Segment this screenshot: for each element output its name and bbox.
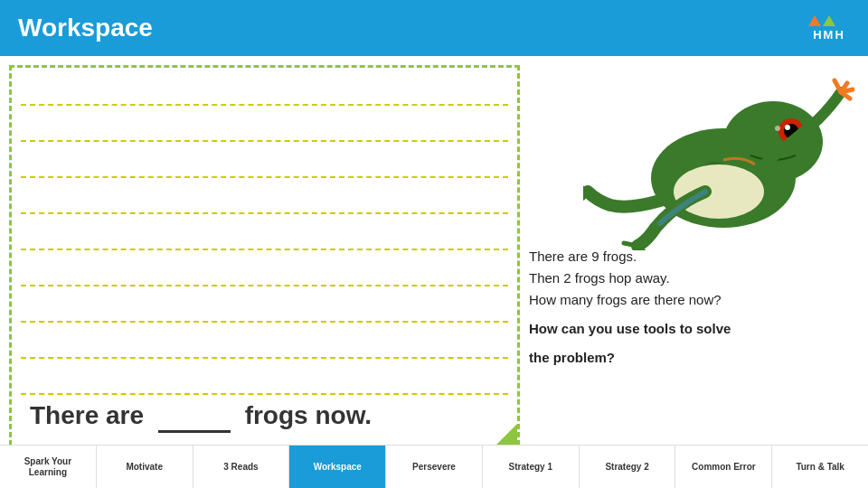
- nav-item-common-error[interactable]: Common Error: [675, 446, 772, 488]
- main-content: There are frogs now.: [0, 56, 868, 488]
- frogs-text-end: frogs now.: [245, 401, 373, 429]
- problem-line4: How can you use tools to solve: [529, 318, 859, 340]
- dot-line-8: [21, 357, 508, 359]
- nav-item-turn-&-talk[interactable]: Turn & Talk: [772, 446, 868, 488]
- dot-line-5: [21, 249, 508, 250]
- nav-item-strategy-2[interactable]: Strategy 2: [580, 446, 676, 488]
- dot-line-6: [21, 285, 508, 286]
- dot-line-3: [21, 176, 508, 178]
- answer-blank: [158, 401, 231, 433]
- text-content: There are 9 frogs. Then 2 frogs hop away…: [529, 246, 859, 369]
- problem-line3: How many frogs are there now?: [529, 289, 859, 311]
- nav-item-motivate[interactable]: Motivate: [97, 446, 193, 488]
- nav-bar: Spark Your LearningMotivate3 ReadsWorksp…: [0, 445, 868, 488]
- dot-line-9: [21, 393, 508, 395]
- dot-line-7: [21, 321, 508, 323]
- hmh-text: HMH: [813, 28, 845, 42]
- frog-image-area: [579, 47, 859, 255]
- nav-item-strategy-1[interactable]: Strategy 1: [483, 446, 580, 488]
- triangle-green: [823, 15, 835, 26]
- nav-item-persevere[interactable]: Persevere: [386, 446, 483, 488]
- problem-line1: There are 9 frogs.: [529, 246, 859, 267]
- dot-line-4: [21, 212, 508, 214]
- nav-item-3-reads[interactable]: 3 Reads: [193, 446, 290, 488]
- nav-item-spark-your-learning[interactable]: Spark Your Learning: [0, 446, 97, 488]
- triangle-blue-logo: [837, 15, 850, 26]
- problem-line2: Then 2 frogs hop away.: [529, 267, 859, 289]
- problem-line5: the problem?: [529, 347, 859, 369]
- svg-point-5: [674, 164, 764, 219]
- dot-line-2: [21, 140, 508, 142]
- frogs-text-start: There are: [30, 401, 144, 429]
- frog-image: [583, 52, 854, 250]
- hmh-logo: HMH: [808, 15, 850, 42]
- svg-point-8: [785, 125, 790, 130]
- nav-item-workspace[interactable]: Workspace: [289, 446, 386, 488]
- right-side: There are 9 frogs. Then 2 frogs hop away…: [520, 56, 868, 488]
- frogs-now-text: There are frogs now.: [30, 401, 372, 433]
- svg-point-9: [775, 126, 780, 131]
- triangle-orange: [808, 15, 821, 26]
- dot-line-1: [21, 104, 508, 106]
- workspace-panel[interactable]: There are frogs now.: [9, 65, 520, 454]
- page-title: Workspace: [18, 14, 153, 42]
- hmh-triangles: [808, 15, 850, 26]
